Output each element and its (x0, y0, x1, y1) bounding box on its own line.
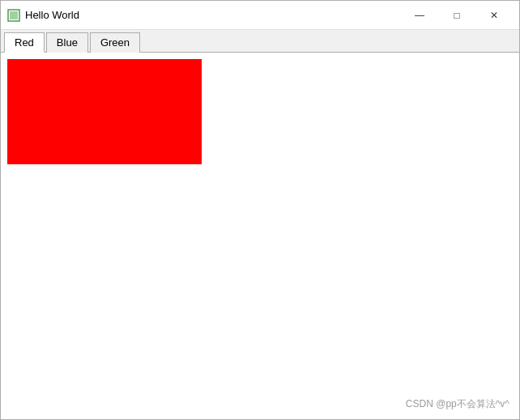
red-rectangle (7, 59, 202, 164)
window-title: Hello World (25, 9, 401, 21)
tab-green[interactable]: Green (90, 32, 140, 53)
close-button[interactable]: ✕ (475, 1, 513, 30)
watermark-text: CSDN @pp不会算法^v^ (406, 397, 509, 411)
tab-bar: Red Blue Green (1, 30, 519, 53)
tab-red[interactable]: Red (4, 32, 45, 53)
app-icon (7, 9, 20, 22)
content-area: CSDN @pp不会算法^v^ (1, 53, 519, 419)
title-bar: Hello World — □ ✕ (1, 1, 519, 30)
app-window: Hello World — □ ✕ Red Blue Green CSDN @p… (0, 0, 520, 420)
window-controls: — □ ✕ (401, 1, 513, 30)
svg-rect-1 (10, 11, 18, 19)
minimize-button[interactable]: — (401, 1, 438, 30)
maximize-button[interactable]: □ (438, 1, 475, 30)
tab-blue[interactable]: Blue (46, 32, 88, 53)
